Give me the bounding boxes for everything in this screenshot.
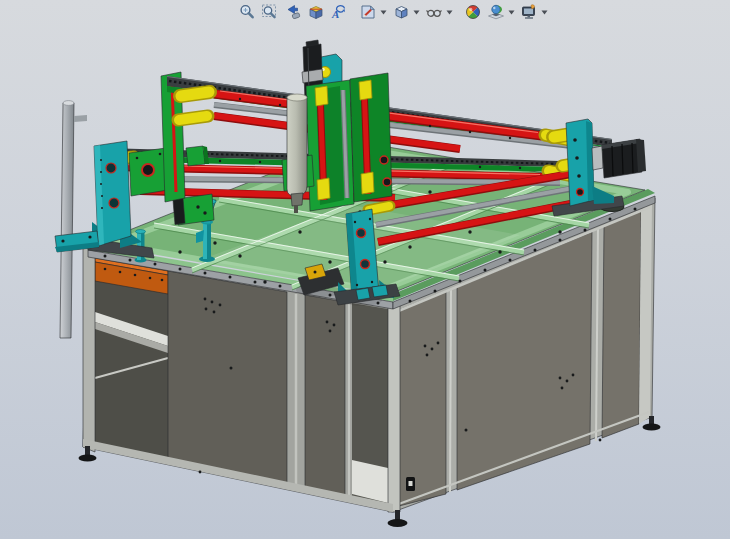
chevron-down-icon [380, 10, 387, 15]
hide-show-items-dropdown-arrow[interactable] [445, 3, 454, 22]
view-settings-button[interactable] [519, 3, 538, 22]
zoom-to-area-button[interactable] [260, 3, 279, 22]
cnc-machine-model[interactable] [0, 0, 730, 539]
zoom-to-fit-button[interactable] [237, 3, 256, 22]
edit-appearance-button[interactable] [463, 3, 482, 22]
spindle-nozzle [294, 205, 298, 213]
chevron-down-icon [508, 10, 515, 15]
view-settings-icon [520, 3, 538, 21]
display-style-button[interactable] [391, 3, 410, 22]
svg-text:A: A [331, 8, 339, 20]
appearance-ball-icon [464, 3, 482, 21]
motor-coupler [592, 146, 603, 170]
z-axis-carriage[interactable] [282, 40, 392, 213]
annotation-views-button[interactable]: A [329, 3, 348, 22]
chevron-down-icon [446, 10, 453, 15]
view-orientation-button[interactable] [358, 3, 377, 22]
section-view-button[interactable] [306, 3, 325, 22]
apply-scene-button[interactable] [486, 3, 505, 22]
apply-scene-icon [487, 3, 505, 21]
hide-show-items-button[interactable] [424, 3, 443, 22]
display-style-icon [392, 3, 410, 21]
drive-motor[interactable] [602, 139, 646, 178]
zoom-to-fit-icon [238, 3, 256, 21]
rail-carriage-block[interactable] [186, 146, 205, 166]
annotation-views-icon: A [330, 3, 348, 21]
view-settings-dropdown-arrow[interactable] [540, 3, 549, 22]
display-style-dropdown-arrow[interactable] [412, 3, 421, 22]
view-orientation-dropdown-arrow[interactable] [379, 3, 388, 22]
section-view-icon [307, 3, 325, 21]
heads-up-view-toolbar: A [235, 2, 550, 22]
apply-scene-dropdown-arrow[interactable] [507, 3, 516, 22]
chevron-down-icon [541, 10, 548, 15]
chevron-down-icon [413, 10, 420, 15]
viewport-canvas[interactable]: A [0, 0, 730, 539]
previous-view-icon [284, 3, 302, 21]
previous-view-button[interactable] [283, 3, 302, 22]
zoom-to-area-icon [261, 3, 279, 21]
eyeglasses-icon [425, 3, 443, 21]
view-orientation-icon [359, 3, 377, 21]
